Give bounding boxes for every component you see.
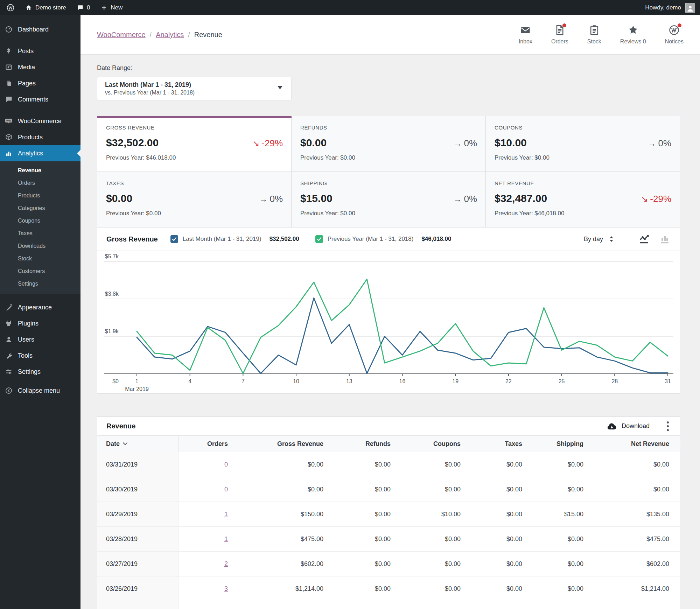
summary-tile-taxes[interactable]: TAXES$0.00→0%Previous Year: $0.00 [97, 172, 292, 227]
orders-link[interactable]: 2 [224, 560, 228, 567]
activity-orders[interactable]: Orders [542, 25, 578, 45]
svg-text:4: 4 [188, 378, 191, 384]
tile-value: $0.00 [106, 192, 132, 204]
bar-chart-icon[interactable] [660, 234, 671, 244]
sidebar-item-tools[interactable]: Tools [0, 348, 80, 364]
column-header-date[interactable]: Date [97, 436, 178, 452]
sidebar-item-label: Media [18, 64, 35, 71]
interval-select[interactable]: By day [569, 227, 629, 251]
breadcrumb-woocommerce[interactable]: WooCommerce [97, 31, 146, 39]
cell-orders: 3 [178, 576, 239, 601]
avatar[interactable] [685, 3, 695, 13]
sidebar-item-posts[interactable]: Posts [0, 43, 80, 59]
cell-money: $0.00 [335, 452, 402, 477]
download-button[interactable]: Download [607, 422, 650, 430]
column-header-coupons[interactable]: Coupons [402, 436, 472, 452]
sidebar-item-collapse-menu[interactable]: Collapse menu [0, 383, 80, 399]
sidebar-item-pages[interactable]: Pages [0, 75, 80, 91]
sidebar-item-label: Analytics [18, 150, 43, 157]
submenu-item-revenue[interactable]: Revenue [0, 164, 80, 177]
sidebar-item-woocommerce[interactable]: WooWooCommerce [0, 113, 80, 129]
trend-arrow-icon: → [453, 139, 462, 148]
sidebar-item-dashboard[interactable]: Dashboard [0, 21, 80, 37]
activity-label: Inbox [519, 38, 532, 45]
new-content-menu[interactable]: New [100, 4, 122, 11]
submenu-item-settings[interactable]: Settings [0, 278, 80, 290]
activity-inbox[interactable]: Inbox [509, 25, 542, 45]
svg-text:19: 19 [452, 378, 458, 384]
date-range-dropdown[interactable]: Last Month (Mar 1 - 31, 2019) vs. Previo… [97, 77, 292, 100]
activity-stock[interactable]: Stock [578, 25, 611, 45]
tile-label: SHIPPING [300, 180, 477, 186]
tile-trend: ↘-29% [252, 138, 283, 149]
summary-tile-refunds[interactable]: REFUNDS$0.00→0%Previous Year: $0.00 [292, 116, 486, 172]
orders-link[interactable]: 1 [224, 511, 228, 518]
column-header-refunds[interactable]: Refunds [335, 436, 402, 452]
orders-link[interactable]: 3 [224, 585, 228, 592]
tile-trend: →0% [259, 194, 283, 204]
breadcrumb-analytics[interactable]: Analytics [156, 31, 184, 39]
column-header-taxes[interactable]: Taxes [472, 436, 533, 452]
legend-item[interactable]: Last Month (Mar 1 - 31, 2019)$32,502.00 [170, 235, 299, 243]
sidebar-item-products[interactable]: Products [0, 129, 80, 145]
activity-reviews-[interactable]: Reviews 0 [611, 25, 656, 45]
summary-tile-shipping[interactable]: SHIPPING$15.00→0%Previous Year: $0.00 [292, 172, 486, 227]
cell-money: $135.00 [595, 502, 680, 527]
legend-label: Last Month (Mar 1 - 31, 2019) [183, 236, 261, 243]
cell-money: $0.00 [239, 477, 335, 502]
sidebar-item-analytics[interactable]: Analytics [0, 145, 80, 161]
activity-notices[interactable]: Notices [656, 25, 693, 45]
comments-bubble-menu[interactable]: 0 [77, 4, 90, 11]
site-name: Demo store [35, 4, 66, 11]
submenu-item-taxes[interactable]: Taxes [0, 227, 80, 240]
legend-label: Previous Year (Mar 1 - 31, 2018) [328, 236, 414, 243]
summary-tile-coupons[interactable]: COUPONS$10.00→0%Previous Year: $0.00 [486, 116, 680, 172]
summary-tiles: GROSS REVENUE$32,502.00↘-29%Previous Yea… [97, 116, 680, 227]
svg-text:25: 25 [559, 378, 565, 384]
sidebar-item-appearance[interactable]: Appearance [0, 299, 80, 315]
unread-badge-dot [562, 23, 566, 27]
comment-bubble-icon [77, 4, 84, 11]
sidebar-item-comments[interactable]: Comments [0, 91, 80, 107]
summary-tile-gross-revenue[interactable]: GROSS REVENUE$32,502.00↘-29%Previous Yea… [97, 116, 292, 172]
sidebar-item-plugins[interactable]: Plugins [0, 315, 80, 331]
sidebar-item-media[interactable]: Media [0, 59, 80, 75]
orders-link[interactable]: 1 [224, 536, 228, 542]
cell-money: $0.00 [335, 576, 402, 601]
submenu-item-orders[interactable]: Orders [0, 177, 80, 189]
kebab-menu-icon[interactable] [665, 420, 671, 433]
column-header-shipping[interactable]: Shipping [533, 436, 595, 452]
column-header-orders[interactable]: Orders [178, 436, 239, 452]
column-header-gross-revenue[interactable]: Gross Revenue [239, 436, 335, 452]
cell-money: $0.00 [533, 576, 595, 601]
submenu-item-downloads[interactable]: Downloads [0, 240, 80, 252]
submenu-item-stock[interactable]: Stock [0, 252, 80, 265]
cell-date: 03/29/2019 [97, 502, 178, 527]
products-icon [5, 133, 13, 141]
summary-tile-net-revenue[interactable]: NET REVENUE$32,487.00↘-29%Previous Year:… [486, 172, 680, 227]
cloud-download-icon [607, 422, 617, 430]
home-icon [25, 4, 32, 11]
legend-item[interactable]: Previous Year (Mar 1 - 31, 2018)$46,018.… [315, 235, 451, 243]
chart-type-toggle [629, 227, 680, 251]
svg-text:1: 1 [135, 378, 139, 384]
table-row: 03/29/20191$150.00$0.00$10.00$0.00$15.00… [97, 502, 680, 527]
orders-link[interactable]: 0 [224, 486, 228, 493]
orders-link[interactable]: 0 [224, 461, 228, 468]
sidebar-item-users[interactable]: Users [0, 331, 80, 348]
submenu-item-coupons[interactable]: Coupons [0, 215, 80, 227]
sidebar-item-settings[interactable]: Settings [0, 364, 80, 380]
howdy-text[interactable]: Howdy, demo [645, 4, 681, 11]
submenu-item-categories[interactable]: Categories [0, 202, 80, 215]
sidebar-item-label: Dashboard [18, 26, 49, 33]
wordpress-logo-icon[interactable] [6, 4, 15, 12]
column-header-net-revenue[interactable]: Net Revenue [595, 436, 680, 452]
cell-date: 03/31/2019 [97, 452, 178, 477]
submenu-item-products[interactable]: Products [0, 189, 80, 202]
line-chart-icon[interactable] [638, 234, 650, 244]
submenu-item-customers[interactable]: Customers [0, 265, 80, 278]
dashboard-icon [5, 26, 13, 33]
comments-icon [5, 96, 13, 103]
site-name-menu[interactable]: Demo store [25, 4, 66, 11]
cell-money: $1,214.00 [239, 576, 335, 601]
